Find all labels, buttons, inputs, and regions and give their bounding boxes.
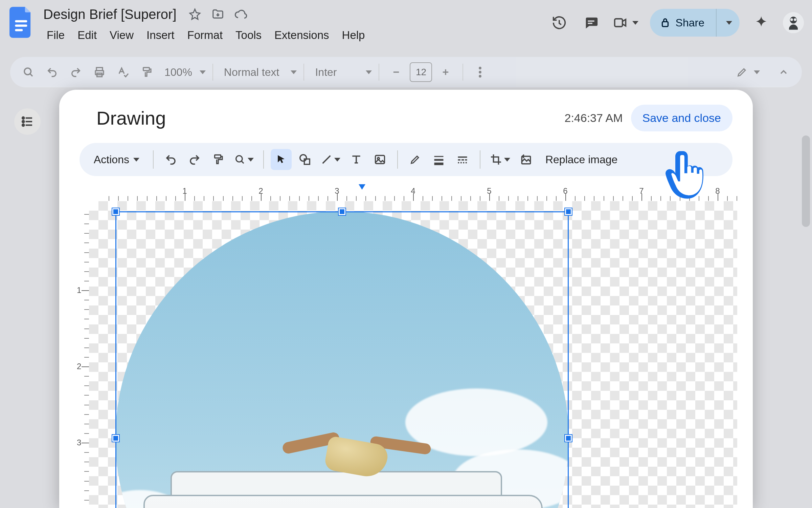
increase-font-icon[interactable]	[435, 62, 456, 82]
svg-rect-32	[461, 159, 464, 161]
docs-toolbar: 100% Normal text Inter 12	[10, 57, 802, 87]
actions-menu[interactable]: Actions	[90, 153, 146, 166]
editing-mode[interactable]	[736, 66, 760, 78]
menu-tools[interactable]: Tools	[230, 27, 267, 44]
menu-view[interactable]: View	[104, 27, 139, 44]
decrease-font-icon[interactable]	[386, 62, 406, 82]
image-tool-icon[interactable]	[369, 149, 390, 170]
line-tool-icon[interactable]	[318, 149, 343, 170]
titlebar: Design Brief [Superor] File Edit View In…	[0, 0, 812, 55]
svg-rect-4	[588, 23, 592, 24]
svg-rect-37	[466, 162, 467, 164]
svg-point-8	[794, 18, 796, 21]
svg-rect-33	[465, 159, 467, 161]
save-and-close-button[interactable]: Save and close	[631, 105, 733, 131]
meet-icon[interactable]	[613, 13, 638, 33]
doc-title[interactable]: Design Brief [Superor]	[41, 6, 179, 23]
font-select[interactable]: Inter	[311, 66, 372, 79]
svg-point-17	[479, 75, 482, 78]
border-weight-icon[interactable]	[428, 149, 449, 170]
menubar: File Edit View Insert Format Tools Exten…	[41, 25, 543, 45]
spellcheck-icon[interactable]	[113, 62, 133, 82]
crop-tool-icon[interactable]	[487, 149, 513, 170]
print-icon[interactable]	[89, 62, 110, 82]
svg-rect-35	[460, 162, 462, 164]
paint-format-icon[interactable]	[137, 62, 157, 82]
cloud-status-icon[interactable]	[234, 7, 248, 21]
undo-icon[interactable]	[42, 62, 62, 82]
drawing-canvas-area: 12345678 123	[75, 184, 737, 508]
vertical-ruler[interactable]: 123	[75, 201, 89, 508]
paint-format-icon[interactable]	[208, 149, 229, 170]
selected-image-object[interactable]	[115, 211, 569, 508]
menu-file[interactable]: File	[41, 27, 70, 44]
resize-handle-ne[interactable]	[565, 208, 572, 215]
font-size-input[interactable]: 12	[410, 62, 432, 82]
share-label: Share	[676, 17, 704, 29]
menu-help[interactable]: Help	[337, 27, 370, 44]
svg-rect-2	[15, 29, 23, 31]
resize-handle-w[interactable]	[112, 435, 119, 442]
masked-photo	[116, 212, 568, 508]
resize-handle-e[interactable]	[565, 435, 572, 442]
svg-rect-31	[458, 159, 460, 161]
svg-rect-36	[463, 162, 464, 164]
zoom-menu[interactable]	[231, 149, 256, 170]
move-to-folder-icon[interactable]	[211, 7, 225, 21]
show-outline-button[interactable]	[14, 108, 41, 135]
resize-handle-nw[interactable]	[112, 208, 119, 215]
zoom-select[interactable]: 100%	[160, 66, 206, 79]
dialog-timestamp: 2:46:37 AM	[564, 111, 623, 125]
gemini-sparkle-icon[interactable]	[751, 13, 771, 33]
border-color-icon[interactable]	[405, 149, 426, 170]
menu-format[interactable]: Format	[182, 27, 228, 44]
svg-point-10	[24, 68, 31, 75]
reset-image-icon[interactable]	[516, 149, 537, 170]
more-tools-icon[interactable]	[470, 62, 490, 82]
collapse-toolbar-icon[interactable]	[773, 62, 794, 82]
svg-point-16	[479, 71, 482, 73]
select-tool-icon[interactable]	[271, 149, 292, 170]
drawing-canvas[interactable]	[89, 201, 737, 508]
paragraph-style-select[interactable]: Normal text	[220, 66, 297, 79]
share-dropdown[interactable]	[716, 9, 740, 37]
star-icon[interactable]	[188, 7, 202, 21]
shape-tool-icon[interactable]	[294, 149, 315, 170]
svg-point-9	[790, 18, 793, 21]
vertical-scrollbar[interactable]	[802, 135, 810, 227]
menu-insert[interactable]: Insert	[141, 27, 180, 44]
dialog-title: Drawing	[96, 107, 564, 129]
drawing-toolbar: Actions Replace image	[80, 143, 732, 176]
textbox-tool-icon[interactable]	[346, 149, 367, 170]
comments-icon[interactable]	[581, 13, 601, 33]
svg-rect-28	[434, 159, 443, 161]
undo-icon[interactable]	[160, 149, 181, 170]
border-dash-icon[interactable]	[452, 149, 473, 170]
history-icon[interactable]	[549, 13, 569, 33]
svg-rect-14	[143, 68, 150, 71]
redo-icon[interactable]	[184, 149, 205, 170]
resize-handle-n[interactable]	[339, 208, 345, 215]
svg-rect-6	[662, 22, 668, 26]
menu-edit[interactable]: Edit	[72, 27, 102, 44]
svg-rect-0	[15, 20, 27, 22]
replace-image-button[interactable]: Replace image	[539, 153, 624, 166]
svg-rect-21	[215, 155, 221, 158]
drawing-dialog: Drawing 2:46:37 AM Save and close Action…	[59, 90, 753, 508]
svg-point-15	[479, 67, 482, 69]
svg-point-18	[22, 117, 24, 119]
svg-rect-34	[458, 162, 459, 164]
account-avatar[interactable]	[783, 12, 804, 33]
share-button[interactable]: Share	[650, 9, 740, 37]
svg-rect-5	[614, 19, 622, 27]
menu-extensions[interactable]: Extensions	[269, 27, 334, 44]
redo-icon[interactable]	[66, 62, 86, 82]
svg-rect-1	[15, 25, 27, 27]
svg-rect-29	[434, 163, 443, 165]
svg-rect-30	[458, 156, 467, 158]
search-icon[interactable]	[18, 62, 39, 82]
horizontal-ruler[interactable]: 12345678	[89, 184, 737, 201]
docs-logo[interactable]	[8, 4, 35, 41]
svg-rect-3	[588, 20, 594, 22]
svg-rect-25	[375, 155, 384, 164]
